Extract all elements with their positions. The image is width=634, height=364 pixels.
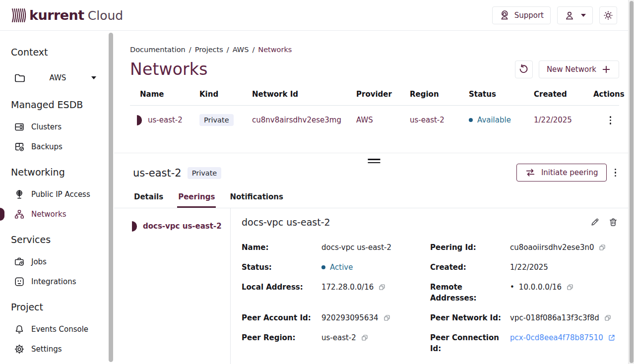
sidebar-item-settings[interactable]: Settings [11,343,108,355]
sidebar-item-backups[interactable]: Backups [11,141,108,153]
external-link-button[interactable] [608,334,616,342]
breadcrumb-separator: / [189,46,191,54]
page-title: Networks [130,60,208,79]
main-content: Documentation / Projects / AWS / Network… [114,31,634,364]
breadcrumb-documentation[interactable]: Documentation [130,46,186,54]
peering-title: docs-vpc us-east-2 [242,217,330,228]
new-network-label: New Network [547,65,596,74]
sidebar: Context AWS Managed ESDB Clusters [0,31,114,364]
sidebar-item-label: Events Console [31,325,88,334]
field-label: Created: [430,262,510,273]
field-label: Remote Addresses: [430,282,510,303]
copy-button[interactable] [383,314,391,322]
new-network-button[interactable]: New Network [539,61,619,78]
sidebar-item-label: Public IP Access [31,190,90,199]
status-text: Available [477,116,511,124]
table-header-row: Name Kind Network Id Provider Region Sta… [130,90,619,106]
sidebar-heading-context: Context [11,47,108,58]
panel-title: us-east-2 [133,167,182,179]
field-value: 1/22/2025 [510,262,548,273]
jobs-icon [14,256,25,267]
initiate-peering-button[interactable]: Initiate peering [516,164,607,182]
col-status: Status [469,90,534,99]
folder-icon [14,72,26,84]
scrollbar-thumb[interactable] [630,1,634,363]
row-actions-button[interactable] [607,114,615,126]
tab-peerings[interactable]: Peerings [177,189,216,208]
col-name: Name [140,90,199,99]
peering-list-item[interactable]: docs-vpc us-east-2 [114,220,230,232]
refresh-button[interactable] [515,61,533,78]
sidebar-heading-networking: Networking [11,167,108,178]
field-label: Status: [242,262,321,273]
breadcrumb: Documentation / Projects / AWS / Network… [130,46,619,54]
sidebar-item-integrations[interactable]: Integrations [11,276,108,288]
sidebar-item-clusters[interactable]: Clusters [11,121,108,133]
network-id: cu8nv8airsdhv2ese3mg [252,116,356,124]
sidebar-heading-managed-esdb: Managed ESDB [11,99,108,110]
field-value: 920293095634 [321,312,379,323]
field-label: Peer Network Id: [430,312,510,323]
delete-peering-button[interactable] [607,216,619,228]
list-bullet: • [510,282,514,293]
copy-icon [598,243,606,251]
field-label: Peer Connection Id: [430,332,510,354]
table-row[interactable]: us-east-2 Private cu8nv8airsdhv2ese3mg A… [130,106,619,126]
breadcrumb-aws[interactable]: AWS [233,46,249,54]
network-detail-panel: us-east-2 Private Initiate peering [114,153,634,364]
field-value: us-east-2 [321,332,356,343]
field-value: vpc-018f086a13f3c3f8d [510,312,599,323]
panel-actions-button[interactable] [612,167,620,179]
copy-button[interactable] [566,283,574,291]
copy-button[interactable] [361,334,369,342]
user-menu-button[interactable] [557,6,593,24]
breadcrumb-separator: / [227,46,229,54]
tab-notifications[interactable]: Notifications [229,189,284,208]
field-value: Active [330,262,353,273]
peer-connection-link[interactable]: pcx-0cd8eea4f78b87510 [510,332,603,343]
breadcrumb-current: Networks [258,46,292,54]
col-network-id: Network Id [252,90,356,99]
sidebar-item-events-console[interactable]: Events Console [11,323,108,335]
kurrent-wave-icon [11,7,26,23]
field-label: Local Address: [242,282,321,293]
sidebar-item-label: Jobs [31,257,47,266]
peering-list: docs-vpc us-east-2 [114,208,231,364]
clusters-icon [14,121,25,132]
user-icon [564,10,575,21]
field-label: Peering Id: [430,242,510,253]
breadcrumb-projects[interactable]: Projects [195,46,223,54]
col-region: Region [410,90,469,99]
theme-toggle-button[interactable] [599,6,617,24]
copy-button[interactable] [598,243,606,251]
sidebar-scrollbar[interactable] [109,33,113,362]
support-label: Support [514,11,544,20]
swap-arrows-icon [525,167,536,178]
plus-icon [601,64,611,74]
public-ip-icon [14,189,25,200]
peering-item-label: docs-vpc us-east-2 [143,222,222,231]
brand-logo[interactable]: kurrent Cloud [11,7,123,23]
copy-button[interactable] [604,314,612,322]
selected-row-indicator [137,115,142,125]
edit-peering-button[interactable] [589,216,601,228]
active-item-indicator [0,208,4,221]
window-scrollbar[interactable] [628,0,634,364]
tab-details[interactable]: Details [133,189,164,208]
brand-name: kurrent [29,7,84,23]
field-value: 10.0.0.0/16 [519,282,562,293]
copy-button[interactable] [378,283,386,291]
sidebar-item-networks[interactable]: Networks [11,208,108,220]
peering-fields: Name: docs-vpc us-east-2 Peering Id: cu8… [242,242,619,354]
integrations-icon [14,276,25,287]
panel-drag-handle[interactable] [366,158,382,164]
support-button[interactable]: Support [492,6,551,24]
field-value: docs-vpc us-east-2 [321,242,391,253]
chevron-down-icon [581,14,586,17]
refresh-icon [518,64,529,74]
sidebar-item-jobs[interactable]: Jobs [11,256,108,268]
external-link-icon [608,334,616,342]
sidebar-item-label: Networks [31,210,66,219]
sidebar-item-public-ip-access[interactable]: Public IP Access [11,188,108,200]
context-selector[interactable]: AWS [11,70,96,85]
